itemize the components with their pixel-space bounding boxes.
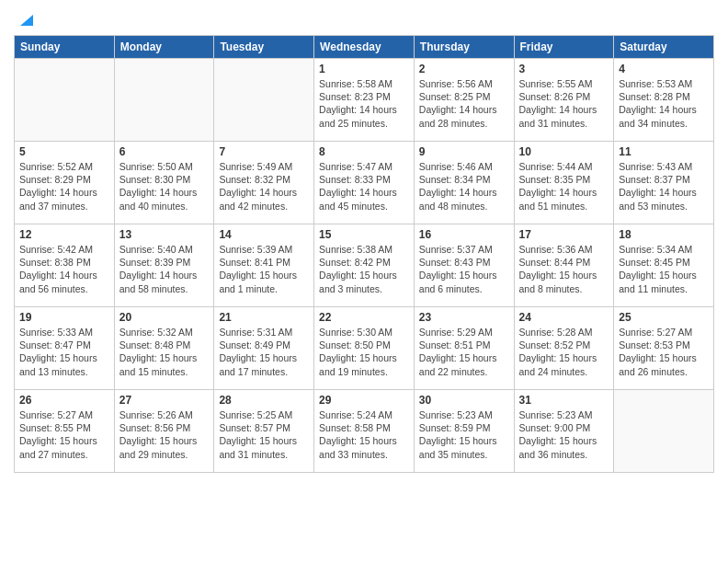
calendar-table: SundayMondayTuesdayWednesdayThursdayFrid…	[14, 35, 714, 473]
date-cell	[15, 59, 115, 142]
date-cell: 4Sunrise: 5:53 AMSunset: 8:28 PMDaylight…	[614, 59, 714, 142]
date-number: 13	[119, 228, 210, 241]
header	[14, 9, 714, 28]
date-cell: 13Sunrise: 5:40 AMSunset: 8:39 PMDayligh…	[114, 224, 214, 307]
date-cell: 22Sunrise: 5:30 AMSunset: 8:50 PMDayligh…	[314, 307, 415, 390]
date-number: 30	[419, 394, 509, 407]
cell-content: Sunrise: 5:38 AMSunset: 8:42 PMDaylight:…	[319, 243, 409, 295]
date-cell: 25Sunrise: 5:27 AMSunset: 8:53 PMDayligh…	[614, 307, 714, 390]
date-number: 10	[519, 145, 609, 158]
date-cell: 10Sunrise: 5:44 AMSunset: 8:35 PMDayligh…	[514, 142, 614, 224]
date-cell: 5Sunrise: 5:52 AMSunset: 8:29 PMDaylight…	[15, 142, 115, 224]
date-number: 19	[19, 311, 109, 324]
day-header-monday: Monday	[114, 36, 214, 59]
date-cell: 18Sunrise: 5:34 AMSunset: 8:45 PMDayligh…	[614, 224, 714, 307]
cell-content: Sunrise: 5:32 AMSunset: 8:48 PMDaylight:…	[119, 326, 210, 378]
logo	[14, 9, 33, 28]
date-cell: 11Sunrise: 5:43 AMSunset: 8:37 PMDayligh…	[614, 142, 714, 224]
date-number: 31	[519, 394, 609, 407]
date-number: 22	[319, 311, 409, 324]
date-cell: 16Sunrise: 5:37 AMSunset: 8:43 PMDayligh…	[414, 224, 514, 307]
cell-content: Sunrise: 5:47 AMSunset: 8:33 PMDaylight:…	[319, 160, 409, 213]
cell-content: Sunrise: 5:36 AMSunset: 8:44 PMDaylight:…	[519, 243, 609, 295]
date-number: 8	[319, 145, 409, 158]
date-number: 5	[19, 145, 109, 158]
date-cell: 17Sunrise: 5:36 AMSunset: 8:44 PMDayligh…	[514, 224, 614, 307]
date-number: 25	[619, 311, 709, 324]
date-number: 1	[319, 63, 409, 75]
cell-content: Sunrise: 5:27 AMSunset: 8:55 PMDaylight:…	[19, 408, 109, 461]
cell-content: Sunrise: 5:23 AMSunset: 9:00 PMDaylight:…	[519, 408, 609, 461]
cell-content: Sunrise: 5:26 AMSunset: 8:56 PMDaylight:…	[119, 408, 210, 461]
date-number: 20	[119, 311, 210, 324]
date-cell	[614, 390, 714, 473]
cell-content: Sunrise: 5:24 AMSunset: 8:58 PMDaylight:…	[319, 408, 409, 461]
date-number: 2	[419, 63, 509, 75]
cell-content: Sunrise: 5:58 AMSunset: 8:23 PMDaylight:…	[319, 77, 409, 130]
day-header-friday: Friday	[514, 36, 614, 59]
date-cell: 3Sunrise: 5:55 AMSunset: 8:26 PMDaylight…	[514, 59, 614, 142]
date-cell: 21Sunrise: 5:31 AMSunset: 8:49 PMDayligh…	[214, 307, 314, 390]
date-number: 18	[619, 228, 709, 241]
date-number: 27	[119, 394, 210, 407]
cell-content: Sunrise: 5:33 AMSunset: 8:47 PMDaylight:…	[19, 326, 109, 378]
date-cell: 7Sunrise: 5:49 AMSunset: 8:32 PMDaylight…	[214, 142, 314, 224]
date-number: 17	[519, 228, 609, 241]
day-header-tuesday: Tuesday	[214, 36, 314, 59]
date-number: 11	[619, 145, 709, 158]
date-number: 4	[619, 63, 709, 75]
date-number: 15	[319, 228, 409, 241]
day-header-saturday: Saturday	[614, 36, 714, 59]
cell-content: Sunrise: 5:34 AMSunset: 8:45 PMDaylight:…	[619, 243, 709, 295]
date-cell	[214, 59, 314, 142]
svg-marker-0	[20, 15, 33, 26]
date-number: 29	[319, 394, 409, 407]
date-cell: 12Sunrise: 5:42 AMSunset: 8:38 PMDayligh…	[15, 224, 115, 307]
week-row-2: 5Sunrise: 5:52 AMSunset: 8:29 PMDaylight…	[15, 142, 714, 224]
cell-content: Sunrise: 5:52 AMSunset: 8:29 PMDaylight:…	[19, 160, 109, 213]
date-number: 24	[519, 311, 609, 324]
day-header-wednesday: Wednesday	[314, 36, 415, 59]
cell-content: Sunrise: 5:29 AMSunset: 8:51 PMDaylight:…	[419, 326, 509, 378]
date-number: 23	[419, 311, 509, 324]
cell-content: Sunrise: 5:28 AMSunset: 8:52 PMDaylight:…	[519, 326, 609, 378]
cell-content: Sunrise: 5:23 AMSunset: 8:59 PMDaylight:…	[419, 408, 509, 461]
date-cell: 6Sunrise: 5:50 AMSunset: 8:30 PMDaylight…	[114, 142, 214, 224]
date-cell: 20Sunrise: 5:32 AMSunset: 8:48 PMDayligh…	[114, 307, 214, 390]
cell-content: Sunrise: 5:49 AMSunset: 8:32 PMDaylight:…	[219, 160, 309, 213]
cell-content: Sunrise: 5:37 AMSunset: 8:43 PMDaylight:…	[419, 243, 509, 295]
date-number: 6	[119, 145, 210, 158]
cell-content: Sunrise: 5:30 AMSunset: 8:50 PMDaylight:…	[319, 326, 409, 378]
date-cell: 23Sunrise: 5:29 AMSunset: 8:51 PMDayligh…	[414, 307, 514, 390]
cell-content: Sunrise: 5:42 AMSunset: 8:38 PMDaylight:…	[19, 243, 109, 295]
cell-content: Sunrise: 5:27 AMSunset: 8:53 PMDaylight:…	[619, 326, 709, 378]
date-cell: 29Sunrise: 5:24 AMSunset: 8:58 PMDayligh…	[314, 390, 415, 473]
week-row-1: 1Sunrise: 5:58 AMSunset: 8:23 PMDaylight…	[15, 59, 714, 142]
week-row-4: 19Sunrise: 5:33 AMSunset: 8:47 PMDayligh…	[15, 307, 714, 390]
date-cell: 15Sunrise: 5:38 AMSunset: 8:42 PMDayligh…	[314, 224, 415, 307]
date-number: 7	[219, 145, 309, 158]
date-number: 28	[219, 394, 309, 407]
day-header-sunday: Sunday	[15, 36, 115, 59]
cell-content: Sunrise: 5:56 AMSunset: 8:25 PMDaylight:…	[419, 77, 509, 130]
cell-content: Sunrise: 5:25 AMSunset: 8:57 PMDaylight:…	[219, 408, 309, 461]
cell-content: Sunrise: 5:40 AMSunset: 8:39 PMDaylight:…	[119, 243, 210, 295]
week-row-5: 26Sunrise: 5:27 AMSunset: 8:55 PMDayligh…	[15, 390, 714, 473]
date-cell: 28Sunrise: 5:25 AMSunset: 8:57 PMDayligh…	[214, 390, 314, 473]
cell-content: Sunrise: 5:50 AMSunset: 8:30 PMDaylight:…	[119, 160, 210, 213]
date-cell: 1Sunrise: 5:58 AMSunset: 8:23 PMDaylight…	[314, 59, 415, 142]
day-header-thursday: Thursday	[414, 36, 514, 59]
logo-icon	[17, 11, 33, 28]
date-cell: 9Sunrise: 5:46 AMSunset: 8:34 PMDaylight…	[414, 142, 514, 224]
date-number: 26	[19, 394, 109, 407]
date-cell	[114, 59, 214, 142]
date-number: 21	[219, 311, 309, 324]
date-cell: 8Sunrise: 5:47 AMSunset: 8:33 PMDaylight…	[314, 142, 415, 224]
date-cell: 27Sunrise: 5:26 AMSunset: 8:56 PMDayligh…	[114, 390, 214, 473]
day-headers-row: SundayMondayTuesdayWednesdayThursdayFrid…	[15, 36, 714, 59]
date-number: 14	[219, 228, 309, 241]
cell-content: Sunrise: 5:31 AMSunset: 8:49 PMDaylight:…	[219, 326, 309, 378]
date-cell: 30Sunrise: 5:23 AMSunset: 8:59 PMDayligh…	[414, 390, 514, 473]
cell-content: Sunrise: 5:55 AMSunset: 8:26 PMDaylight:…	[519, 77, 609, 130]
date-cell: 14Sunrise: 5:39 AMSunset: 8:41 PMDayligh…	[214, 224, 314, 307]
